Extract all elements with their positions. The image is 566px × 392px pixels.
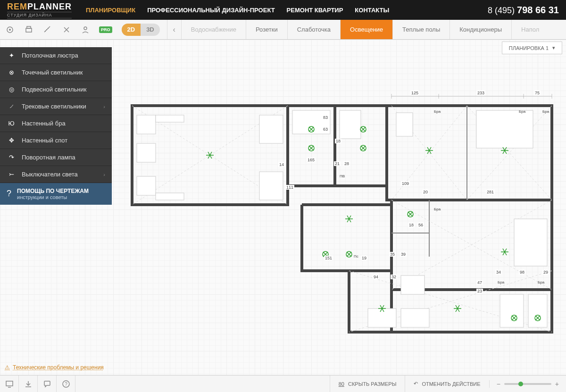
dim-label: 75 <box>534 91 541 95</box>
floorplan[interactable]: 125 233 75 Бра Бра Бра Бра Бра Бра ПВ Пс… <box>127 68 557 346</box>
bra-label: Бра <box>538 280 544 284</box>
sidebar-item-pendant[interactable]: ◎Подвесной светильник <box>0 81 112 98</box>
undo-label: ОТМЕНИТЬ ДЕЙСТВИЕ <box>422 381 480 387</box>
download-icon[interactable] <box>19 375 38 392</box>
pro-badge[interactable]: PRO <box>99 26 112 33</box>
bra-label: Бра <box>498 280 504 284</box>
warning-icon: ⚠ <box>5 364 10 371</box>
svg-text:?: ? <box>65 382 67 387</box>
tab-floorheating[interactable]: Теплые полы <box>392 20 449 39</box>
nav-contacts[interactable]: КОНТАКТЫ <box>355 7 389 14</box>
view-3d-button[interactable]: 3D <box>141 24 160 36</box>
svg-point-1 <box>9 29 11 31</box>
svg-rect-88 <box>6 381 13 386</box>
undo-button[interactable]: ↶ ОТМЕНИТЬ ДЕЙСТВИЕ <box>405 375 489 392</box>
sidebar-item-label: Точечный светильник <box>22 69 83 76</box>
logo[interactable]: REMPLANNER СТУДИЯ ДИЗАЙНА <box>7 2 72 18</box>
screen-icon[interactable] <box>0 375 19 392</box>
sizes-count: 80 <box>339 381 344 387</box>
tools-icon[interactable] <box>61 25 72 35</box>
sidebar-item-label: Подвесной светильник <box>22 86 86 93</box>
footer: ? 80 СКРЫТЬ РАЗМЕРЫ ↶ ОТМЕНИТЬ ДЕЙСТВИЕ … <box>0 375 566 392</box>
bra-label: Бра <box>542 109 549 114</box>
zoom-in-button[interactable]: + <box>555 380 559 388</box>
svg-rect-22 <box>259 172 283 200</box>
tabs-prev-icon[interactable]: ‹ <box>167 20 181 39</box>
pv-label: ПВ <box>340 174 345 178</box>
sidebar-item-spotlight[interactable]: ⊗Точечный светильник <box>0 64 112 81</box>
wallspot-icon: ✥ <box>7 137 16 144</box>
sidebar-item-swivel[interactable]: ↷Поворотная лампа <box>0 149 112 166</box>
hide-sizes-button[interactable]: 80 СКРЫТЬ РАЗМЕРЫ <box>330 375 405 392</box>
tab-ac[interactable]: Кондиционеры <box>449 20 511 39</box>
dim-label: 18 <box>335 139 341 143</box>
dim-label: 47 <box>476 280 483 285</box>
dim-label: 20 <box>422 190 429 194</box>
measure-icon[interactable] <box>42 25 53 35</box>
tab-floor[interactable]: Напол <box>511 20 549 39</box>
layout-selector-label: ПЛАНИРОВКА 1 <box>509 45 549 51</box>
svg-rect-30 <box>514 219 547 266</box>
zoom-slider[interactable] <box>504 383 551 385</box>
chevron-right-icon: › <box>103 104 105 109</box>
sidebar-item-label: Выключатели света <box>22 171 78 178</box>
sidebar-item-sconce[interactable]: ЮНастенный бра <box>0 115 112 132</box>
dim-label: 21 <box>334 161 341 166</box>
switch-icon: ⤚ <box>7 171 16 178</box>
zoom-out-button[interactable]: − <box>497 380 500 388</box>
view-2d-button[interactable]: 2D <box>122 24 141 36</box>
spotlight-icon: ⊗ <box>7 69 16 76</box>
svg-rect-3 <box>27 26 31 28</box>
svg-rect-2 <box>26 28 32 32</box>
sidebar-help[interactable]: ? ПОМОЩЬ ПО ЧЕРТЕЖАМ инструкции и советы <box>0 183 112 205</box>
chandelier-icon: ✦ <box>7 52 16 59</box>
sidebar-item-label: Настенный спот <box>22 137 67 144</box>
nav-planner[interactable]: ПЛАНИРОВЩИК <box>86 7 135 14</box>
tab-lowcurrent[interactable]: Слаботочка <box>287 20 340 39</box>
dim-label: 35 <box>389 252 396 257</box>
undo-icon: ↶ <box>414 381 418 387</box>
hide-sizes-label: СКРЫТЬ РАЗМЕРЫ <box>348 381 396 387</box>
settings-icon[interactable] <box>5 25 15 35</box>
nav-design[interactable]: ПРОФЕССИОНАЛЬНЫЙ ДИЗАЙН-ПРОЕКТ <box>147 7 275 14</box>
layout-selector[interactable]: ПЛАНИРОВКА 1 ▾ <box>502 42 562 54</box>
dim-label: 32 <box>391 275 397 279</box>
tab-lighting[interactable]: Освещение <box>340 20 392 39</box>
help-icon[interactable]: ? <box>57 375 75 392</box>
ps-label: Пс <box>354 254 358 259</box>
svg-rect-31 <box>368 309 396 327</box>
dim-label: 29 <box>542 270 549 275</box>
floorplan-svg <box>127 68 557 346</box>
tab-water[interactable]: Водоснабжение <box>181 20 246 39</box>
svg-rect-33 <box>500 294 524 327</box>
svg-rect-28 <box>476 110 533 148</box>
svg-rect-18 <box>137 115 156 134</box>
sidebar-item-wallspot[interactable]: ✥Настенный спот <box>0 132 112 149</box>
dim-label: 125 <box>410 91 419 95</box>
sidebar-item-track[interactable]: ⟋Трековые светильники› <box>0 98 112 115</box>
sidebar-item-chandelier[interactable]: ✦Потолочная люстра <box>0 47 112 64</box>
dim-label: 151 <box>324 256 333 260</box>
chat-icon[interactable] <box>38 375 57 392</box>
dim-label: 109 <box>401 181 410 186</box>
print-icon[interactable] <box>24 25 34 35</box>
sidebar-item-switches[interactable]: ⤚Выключатели света› <box>0 166 112 183</box>
svg-rect-26 <box>340 110 361 139</box>
dim-label: 233 <box>476 91 485 95</box>
tech-link-label: Технические проблемы и решения <box>13 364 104 371</box>
dim-label: 63 <box>322 127 329 132</box>
plan-tabs: ‹ Водоснабжение Розетки Слаботочка Освещ… <box>167 20 566 39</box>
tab-sockets[interactable]: Розетки <box>246 20 287 39</box>
worker-icon[interactable] <box>80 25 91 35</box>
svg-rect-27 <box>396 113 413 136</box>
svg-rect-29 <box>401 275 424 294</box>
zoom-control: − + <box>489 380 566 388</box>
sidebar-item-label: Трековые светильники <box>22 103 86 110</box>
dim-label: 39 <box>400 252 407 257</box>
nav-renovation[interactable]: РЕМОНТ КВАРТИР <box>287 7 343 14</box>
pendant-icon: ◎ <box>7 86 16 93</box>
dim-label: 34 <box>495 270 502 275</box>
sconce-icon: Ю <box>7 120 16 127</box>
sidebar-item-label: Настенный бра <box>22 120 66 127</box>
tech-issues-link[interactable]: ⚠ Технические проблемы и решения <box>5 364 104 371</box>
